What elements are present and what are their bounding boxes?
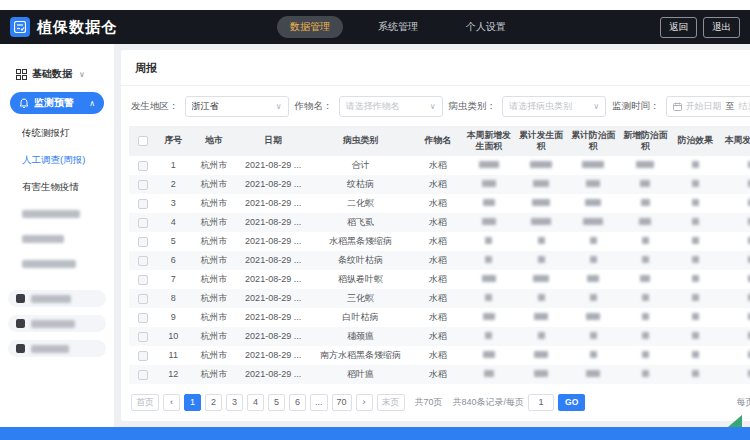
redacted-value-cell <box>619 270 671 289</box>
redacted-text <box>31 320 75 328</box>
redacted-value-cell <box>619 308 671 327</box>
filter-bar: 发生地区： 浙江省 ∨ 作物名： 请选择作物名 ∨ 病虫类别： 请选择病虫类别 … <box>121 86 750 126</box>
redacted-value-cell <box>672 232 720 251</box>
crop-select[interactable]: 请选择作物名 ∨ <box>339 96 443 117</box>
redacted-number <box>485 294 492 301</box>
sidebar-item[interactable] <box>8 340 106 357</box>
redacted-text <box>22 260 76 268</box>
column-header: 累计防治面积 <box>567 126 619 156</box>
sidebar-subitem[interactable]: 人工调查(周报) <box>0 147 114 174</box>
redacted-value-cell <box>463 251 515 270</box>
row-checkbox-cell <box>129 308 156 327</box>
app-logo-icon <box>10 17 30 37</box>
row-checkbox[interactable] <box>138 256 148 266</box>
row-checkbox[interactable] <box>138 370 148 380</box>
redacted-value-cell <box>672 156 720 175</box>
redacted-value-cell <box>619 156 671 175</box>
page-number-button[interactable]: ... <box>310 394 328 411</box>
crop-placeholder: 请选择作物名 <box>346 100 430 113</box>
app-title: 植保数据仓 <box>37 18 117 37</box>
redacted-value-cell <box>515 213 567 232</box>
next-page-button[interactable]: › <box>356 394 373 411</box>
nav-item[interactable]: 系统管理 <box>365 16 431 38</box>
row-crop: 水稻 <box>413 327 463 346</box>
exit-button[interactable]: 退出 <box>703 17 740 38</box>
sidebar-subitem[interactable] <box>0 251 114 276</box>
redacted-number <box>590 237 597 244</box>
row-checkbox[interactable] <box>138 332 148 342</box>
row-checkbox[interactable] <box>138 313 148 323</box>
row-checkbox[interactable] <box>138 237 148 247</box>
row-checkbox[interactable] <box>138 218 148 228</box>
redacted-value-cell <box>719 327 750 346</box>
page-number-button[interactable]: 1 <box>184 394 201 411</box>
redacted-value-cell <box>567 327 619 346</box>
redacted-value-cell <box>567 232 619 251</box>
row-date: 2021-08-29 ... <box>238 270 308 289</box>
redacted-value-cell <box>463 232 515 251</box>
sidebar-group-basic-data[interactable]: 基础数据 ∨ <box>0 62 114 86</box>
go-button[interactable]: GO <box>558 394 585 411</box>
sidebar-subitem[interactable]: 传统测报灯 <box>0 120 114 147</box>
redacted-value-cell <box>463 156 515 175</box>
page-jump-input[interactable] <box>528 394 554 411</box>
column-header: 地市 <box>190 126 238 156</box>
redacted-value-cell <box>619 175 671 194</box>
table-row: 4杭州市2021-08-29 ...稻飞虱水稻 <box>129 213 750 232</box>
last-page-button[interactable]: 末页 <box>377 394 405 411</box>
row-checkbox-cell <box>129 327 156 346</box>
sidebar-group-label: 监测预警 <box>34 96 74 110</box>
nav-item[interactable]: 个人设置 <box>453 16 519 38</box>
page-number-button[interactable]: 6 <box>289 394 306 411</box>
sidebar-subitem[interactable] <box>0 201 114 226</box>
chevron-down-icon: ∨ <box>593 102 599 111</box>
redacted-number <box>640 180 650 187</box>
redacted-value-cell <box>719 175 750 194</box>
redacted-number <box>692 256 699 263</box>
back-button[interactable]: 返回 <box>660 17 697 38</box>
row-checkbox[interactable] <box>138 294 148 304</box>
redacted-value-cell <box>515 289 567 308</box>
select-all-checkbox[interactable] <box>138 136 148 146</box>
row-checkbox[interactable] <box>138 199 148 209</box>
page-number-button[interactable]: 2 <box>205 394 222 411</box>
redacted-value-cell <box>567 270 619 289</box>
row-no: 1 <box>156 156 190 175</box>
row-date: 2021-08-29 ... <box>238 156 308 175</box>
row-checkbox-cell <box>129 251 156 270</box>
date-range-input[interactable]: 开始日期 至 结束日期 <box>666 96 750 117</box>
row-pest: 白叶枯病 <box>308 308 412 327</box>
region-select[interactable]: 浙江省 ∨ <box>185 96 289 117</box>
sidebar-subitem[interactable]: 有害生物疫情 <box>0 174 114 201</box>
page-number-button[interactable]: 3 <box>226 394 243 411</box>
row-no: 4 <box>156 213 190 232</box>
sidebar-subitem[interactable] <box>0 226 114 251</box>
row-checkbox[interactable] <box>138 351 148 361</box>
body: 基础数据 ∨ 监测预警 ∧ 传统测报灯人工调查(周报)有害生物疫情 周报 <box>0 44 750 427</box>
sidebar-group-monitor-warning[interactable]: 监测预警 ∧ <box>10 92 104 114</box>
column-header: 日期 <box>238 126 308 156</box>
row-checkbox[interactable] <box>138 161 148 171</box>
page-number-button[interactable]: 70 <box>332 394 352 411</box>
row-no: 3 <box>156 194 190 213</box>
sidebar-item[interactable] <box>8 290 106 307</box>
row-date: 2021-08-29 ... <box>238 232 308 251</box>
date-separator: 至 <box>726 100 735 113</box>
nav-item[interactable]: 数据管理 <box>277 16 343 38</box>
header-actions: 返回 退出 <box>660 17 740 38</box>
prev-page-button[interactable]: ‹ <box>163 394 180 411</box>
page-number-button[interactable]: 4 <box>247 394 264 411</box>
redacted-number <box>587 275 599 282</box>
row-checkbox[interactable] <box>138 275 148 285</box>
sidebar-item[interactable] <box>8 315 106 332</box>
row-checkbox[interactable] <box>138 180 148 190</box>
table-row: 8杭州市2021-08-29 ...三化螟水稻 <box>129 289 750 308</box>
first-page-button[interactable]: 首页 <box>131 394 159 411</box>
redacted-value-cell <box>719 156 750 175</box>
page-number-button[interactable]: 5 <box>268 394 285 411</box>
redacted-number <box>482 180 496 187</box>
row-no: 7 <box>156 270 190 289</box>
pest-select[interactable]: 请选择病虫类别 ∨ <box>502 96 606 117</box>
redacted-value-cell <box>463 346 515 365</box>
table-row: 6杭州市2021-08-29 ...条纹叶枯病水稻 <box>129 251 750 270</box>
